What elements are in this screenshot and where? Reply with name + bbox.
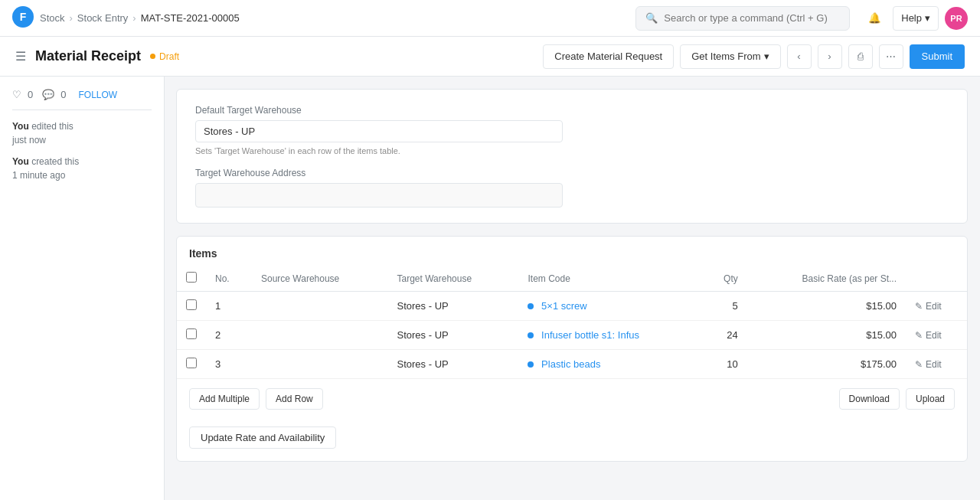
update-rate-availability-button[interactable]: Update Rate and Availability: [189, 426, 336, 449]
follow-button[interactable]: FOLLOW: [78, 90, 117, 100]
avatar-initials: PR: [950, 14, 962, 23]
row-checkbox-2[interactable]: [186, 358, 197, 368]
item-dot-0: [528, 303, 534, 309]
cell-source-0: [252, 292, 388, 321]
cell-edit-2[interactable]: ✎ Edit: [906, 350, 967, 379]
col-qty: Qty: [701, 266, 747, 292]
prev-button[interactable]: ‹: [787, 44, 812, 69]
help-chevron-icon: ▾: [925, 12, 930, 24]
upload-button[interactable]: Upload: [906, 388, 955, 410]
table-row: 3 Stores - UP Plastic beads 10 $175.00 ✎…: [177, 350, 967, 379]
likes-count: 0: [28, 89, 33, 100]
col-item-code: Item Code: [518, 266, 701, 292]
target-warehouse-address-label: Target Warehouse Address: [195, 168, 563, 178]
activity-actor-0: You: [12, 121, 29, 132]
add-row-button[interactable]: Add Row: [266, 388, 323, 410]
activity-divider: [12, 109, 152, 110]
cell-rate-0: $15.00: [747, 292, 906, 321]
breadcrumb-sep-2: ›: [132, 12, 136, 24]
next-button[interactable]: ›: [818, 44, 842, 69]
col-source-warehouse: Source Warehouse: [252, 266, 388, 292]
item-dot-2: [528, 361, 534, 368]
chevron-right-icon: ›: [828, 51, 831, 62]
edit-button-1[interactable]: ✎ Edit: [915, 330, 942, 341]
select-all-checkbox[interactable]: [186, 272, 197, 283]
bottom-actions: Update Rate and Availability: [177, 419, 967, 461]
table-row: 1 Stores - UP 5×1 screw 5 $15.00 ✎ Edit: [177, 292, 967, 321]
get-items-from-label: Get Items From: [691, 51, 760, 62]
search-input[interactable]: [664, 12, 840, 24]
edit-icon-1: ✎: [915, 330, 923, 341]
warehouse-card: Default Target Warehouse Stores - UP Set…: [176, 89, 968, 224]
create-material-request-button[interactable]: Create Material Request: [543, 44, 674, 69]
breadcrumb-sep-1: ›: [70, 12, 73, 24]
get-items-chevron-icon: ▾: [764, 51, 769, 62]
activity-actor-1: You: [12, 156, 29, 167]
user-avatar-button[interactable]: PR: [945, 7, 968, 30]
svg-text:F: F: [20, 11, 27, 23]
print-button[interactable]: ⎙: [848, 44, 873, 69]
target-warehouse-address-input[interactable]: [195, 183, 563, 208]
cell-edit-0[interactable]: ✎ Edit: [906, 292, 967, 321]
row-checkbox-0[interactable]: [186, 299, 197, 310]
submit-button[interactable]: Submit: [910, 44, 965, 69]
more-icon: ⋯: [886, 51, 896, 62]
status-label: Draft: [159, 51, 179, 62]
cell-item-0[interactable]: 5×1 screw: [518, 292, 701, 321]
activity-time-1: 1 minute ago: [12, 170, 65, 181]
table-actions-left: Add Multiple Add Row: [189, 388, 323, 410]
notification-button[interactable]: 🔔: [862, 6, 887, 31]
heart-icon: ♡: [12, 89, 21, 100]
help-button[interactable]: Help ▾: [893, 6, 939, 31]
cell-item-1[interactable]: Infuser bottle s1: Infus: [518, 321, 701, 350]
cell-qty-1: 24: [701, 321, 747, 350]
download-button[interactable]: Download: [839, 388, 900, 410]
app-logo[interactable]: F: [12, 6, 34, 30]
comments-count: 0: [60, 89, 66, 100]
cell-item-2[interactable]: Plastic beads: [518, 350, 701, 379]
sidebar-toggle-icon[interactable]: ☰: [15, 49, 26, 64]
breadcrumb-stock[interactable]: Stock: [40, 12, 65, 24]
warehouse-hint: Sets 'Target Warehouse' in each row of t…: [195, 146, 563, 155]
item-link-0[interactable]: 5×1 screw: [541, 300, 587, 312]
topbar-icons: 🔔 Help ▾ PR: [862, 6, 968, 31]
cell-target-0: Stores - UP: [388, 292, 519, 321]
breadcrumb: Stock › Stock Entry › MAT-STE-2021-00005: [40, 12, 240, 24]
cell-qty-2: 10: [701, 350, 747, 379]
cell-rate-2: $175.00: [747, 350, 906, 379]
cell-source-1: [252, 321, 388, 350]
cell-rate-1: $15.00: [747, 321, 906, 350]
activity-time-0: just now: [12, 135, 46, 145]
search-bar[interactable]: 🔍: [635, 6, 850, 31]
item-link-1[interactable]: Infuser bottle s1: Infus: [541, 329, 639, 341]
items-card: Items No. Source Warehouse Target Wareho…: [176, 236, 968, 462]
print-icon: ⎙: [858, 51, 864, 62]
search-icon: 🔍: [645, 12, 658, 24]
cell-qty-0: 5: [701, 292, 747, 321]
table-header-row: No. Source Warehouse Target Warehouse It…: [177, 266, 967, 292]
more-options-button[interactable]: ⋯: [879, 44, 903, 69]
breadcrumb-current: MAT-STE-2021-00005: [141, 12, 240, 24]
items-section-title: Items: [177, 237, 967, 260]
items-table: No. Source Warehouse Target Warehouse It…: [177, 266, 967, 379]
edit-button-2[interactable]: ✎ Edit: [915, 359, 942, 370]
add-multiple-button[interactable]: Add Multiple: [189, 388, 260, 410]
cell-target-2: Stores - UP: [388, 350, 519, 379]
get-items-from-button[interactable]: Get Items From ▾: [680, 44, 780, 69]
edit-icon-0: ✎: [915, 301, 923, 312]
default-warehouse-input[interactable]: Stores - UP: [195, 120, 563, 142]
breadcrumb-stock-entry[interactable]: Stock Entry: [77, 12, 128, 24]
cell-no-2: 3: [206, 350, 252, 379]
row-checkbox-1[interactable]: [186, 328, 197, 339]
status-dot: [150, 54, 155, 59]
topbar: F Stock › Stock Entry › MAT-STE-2021-000…: [0, 0, 980, 37]
edit-button-0[interactable]: ✎ Edit: [915, 301, 942, 312]
item-link-2[interactable]: Plastic beads: [541, 358, 600, 370]
table-actions-right: Download Upload: [839, 388, 955, 410]
cell-edit-1[interactable]: ✎ Edit: [906, 321, 967, 350]
activity-entry-1: You created this 1 minute ago: [12, 155, 152, 182]
bell-icon: 🔔: [868, 12, 881, 24]
help-label: Help: [901, 12, 922, 24]
col-basic-rate: Basic Rate (as per St...: [747, 266, 906, 292]
activity-action-1: created this: [31, 156, 79, 167]
